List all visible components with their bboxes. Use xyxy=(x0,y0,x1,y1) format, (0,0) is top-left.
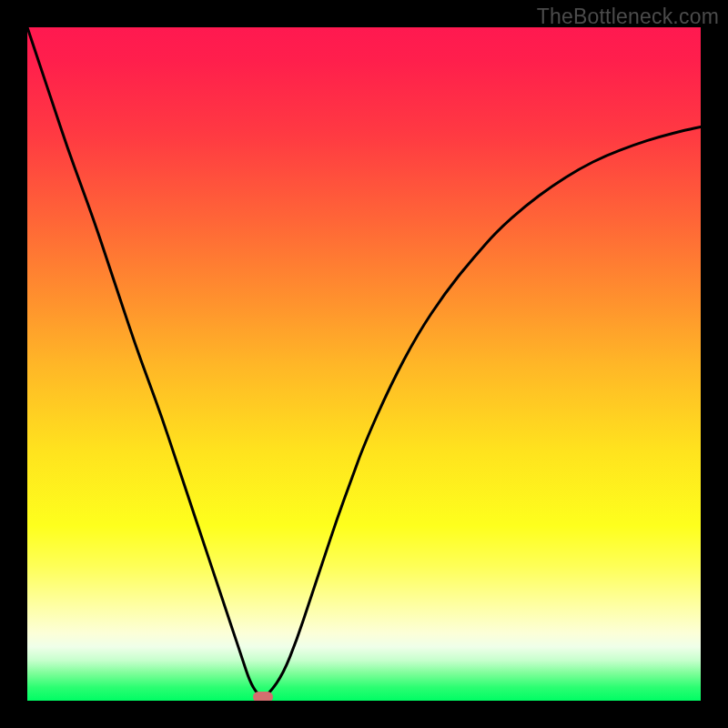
plot-area xyxy=(27,27,701,701)
bottleneck-curve-path xyxy=(27,27,701,696)
optimum-marker xyxy=(253,692,273,701)
curve-layer xyxy=(27,27,701,701)
watermark-text: TheBottleneck.com xyxy=(537,5,719,29)
chart-frame: TheBottleneck.com xyxy=(0,0,728,728)
